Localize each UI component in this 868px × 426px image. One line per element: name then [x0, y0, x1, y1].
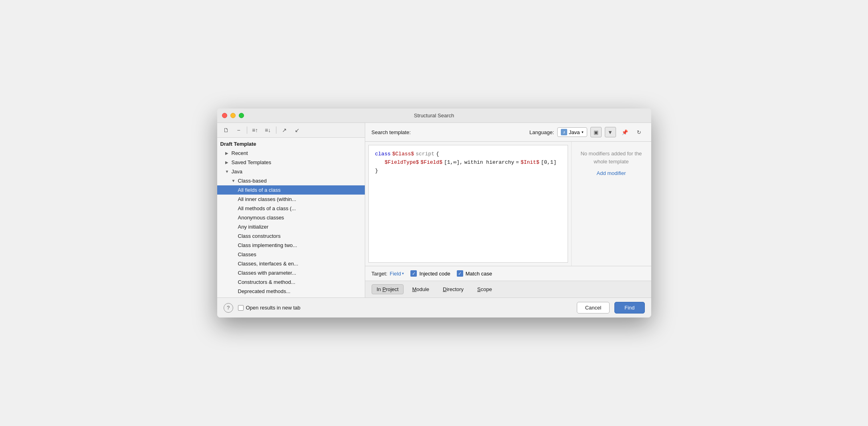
tree-item-all-methods[interactable]: All methods of a class (... — [217, 204, 365, 213]
java-icon: J — [561, 129, 567, 135]
tree-item-all-inner-classes[interactable]: All inner classes (within... — [217, 195, 365, 204]
tree-item-anonymous-classes[interactable]: Anonymous classes — [217, 213, 365, 222]
init-var: $Init$ — [520, 159, 539, 167]
dialog-title: Structural Search — [414, 113, 454, 119]
tree-item-classes-with-param[interactable]: Classes with parameter... — [217, 268, 365, 277]
target-label: Target: — [372, 271, 388, 277]
code-editor[interactable]: class $Class$ script { $FieldType$ $Fiel… — [368, 145, 568, 263]
main-content: 🗋 − ≡↑ ≡↓ ↗ ↙ — [217, 123, 651, 297]
export-button[interactable]: ↗ — [279, 125, 290, 135]
code-area-container: class $Class$ script { $FieldType$ $Fiel… — [365, 142, 651, 266]
tree-item-class-based[interactable]: ▼ Class-based — [217, 176, 365, 185]
match-case-label: Match case — [466, 271, 492, 277]
tree-item-all-fields[interactable]: All fields of a class — [217, 185, 365, 195]
scope-directory-button[interactable]: Directory — [438, 284, 469, 294]
chevron-down-icon: ▾ — [582, 130, 584, 134]
scope-label: Scope — [477, 286, 492, 292]
scope-in-project-button[interactable]: In Project — [372, 284, 404, 294]
plus-icon: 🗋 — [223, 127, 229, 133]
template-icon: ▣ — [594, 129, 598, 135]
tree-item-constructors-methods[interactable]: Constructors & method... — [217, 277, 365, 287]
minimize-button[interactable] — [230, 113, 236, 118]
field-var: $Field$ — [420, 159, 442, 167]
tree-item-class-constructors[interactable]: Class constructors — [217, 231, 365, 241]
tree-item-classes-interfaces[interactable]: Classes, interfaces & en... — [217, 259, 365, 268]
refresh-button[interactable]: ↻ — [634, 127, 645, 137]
pin-button[interactable]: 📌 — [619, 127, 630, 137]
cancel-button[interactable]: Cancel — [577, 302, 610, 313]
bottom-bar: ? Open results in new tab Cancel Find — [217, 297, 651, 317]
pin-icon: 📌 — [622, 129, 628, 135]
modifier-panel: No modifiers added for the whole templat… — [571, 142, 651, 266]
language-label: Language: — [530, 129, 554, 135]
open-results-checkbox[interactable] — [238, 305, 244, 311]
left-panel: 🗋 − ≡↑ ≡↓ ↗ ↙ — [217, 123, 365, 297]
scope-scope-button[interactable]: Scope — [472, 284, 497, 294]
search-template-label: Search template: — [372, 129, 411, 135]
options-bar: Target: Field ▾ ✓ Injected code ✓ Match … — [365, 266, 651, 281]
maximize-button[interactable] — [239, 113, 244, 118]
tree-item-draft-template[interactable]: Draft Template — [217, 139, 365, 149]
close-button[interactable] — [222, 113, 227, 118]
script-plain: script — [416, 150, 434, 159]
scope-bar: In Project Module Directory Scope — [365, 281, 651, 297]
tree-item-any-initializer[interactable]: Any initializer — [217, 222, 365, 231]
add-template-button[interactable]: 🗋 — [220, 125, 232, 135]
right-panel: Search template: Language: J Java ▾ ▣ ▼ — [365, 123, 651, 297]
no-modifiers-text: No modifiers added for the whole templat… — [576, 150, 646, 165]
tree-item-java[interactable]: ▼ Java — [217, 167, 365, 176]
scope-module-button[interactable]: Module — [407, 284, 434, 294]
title-bar: Structural Search — [217, 109, 651, 123]
template-tree: Draft Template ▶ Recent ▶ Saved Template… — [217, 138, 365, 297]
module-label: Module — [412, 286, 429, 292]
add-modifier-link[interactable]: Add modifier — [597, 170, 626, 176]
remove-template-button[interactable]: − — [233, 125, 244, 135]
language-dropdown[interactable]: J Java ▾ — [557, 127, 587, 137]
tree-item-saved-templates[interactable]: ▶ Saved Templates — [217, 158, 365, 167]
toolbar-separator-1 — [247, 127, 247, 134]
open-results-label[interactable]: Open results in new tab — [238, 305, 301, 311]
structural-search-dialog: Structural Search 🗋 − ≡↑ ≡↓ — [217, 109, 651, 317]
range-2: [0,1] — [541, 159, 556, 167]
field-type-var: $FieldType$ — [385, 159, 419, 167]
language-section: Language: J Java ▾ ▣ ▼ 📌 — [530, 127, 645, 137]
chevron-right-icon: ▶ — [225, 151, 230, 155]
refresh-icon: ↻ — [637, 129, 641, 135]
range-1: [1,∞], — [444, 159, 463, 167]
tree-item-classes[interactable]: Classes — [217, 250, 365, 259]
find-button[interactable]: Find — [614, 302, 644, 313]
injected-code-checkbox[interactable]: ✓ — [410, 270, 417, 277]
help-button[interactable]: ? — [224, 303, 233, 313]
tree-item-recent[interactable]: ▶ Recent — [217, 149, 365, 158]
sort-asc-button[interactable]: ≡↑ — [250, 125, 261, 135]
injected-code-checkbox-item[interactable]: ✓ Injected code — [410, 270, 450, 277]
code-line-3: } — [375, 167, 561, 175]
sort-desc-icon: ≡↓ — [265, 127, 271, 133]
target-dropdown[interactable]: Field ▾ — [390, 271, 404, 277]
search-header: Search template: Language: J Java ▾ ▣ ▼ — [365, 123, 651, 142]
injected-code-label: Injected code — [419, 271, 450, 277]
match-case-checkbox-item[interactable]: ✓ Match case — [457, 270, 492, 277]
language-value: Java — [569, 129, 580, 135]
sort-asc-icon: ≡↑ — [252, 127, 258, 133]
template-view-button[interactable]: ▣ — [590, 127, 602, 137]
window-controls — [222, 113, 244, 118]
match-case-checkbox[interactable]: ✓ — [457, 270, 463, 277]
import-button[interactable]: ↙ — [292, 125, 303, 135]
target-value: Field — [390, 271, 401, 277]
directory-label: Directory — [443, 286, 464, 292]
left-toolbar: 🗋 − ≡↑ ≡↓ ↗ ↙ — [217, 123, 365, 138]
chevron-right-icon-2: ▶ — [225, 160, 230, 165]
sort-desc-button[interactable]: ≡↓ — [262, 125, 274, 135]
filter-button[interactable]: ▼ — [605, 127, 616, 137]
equals-sign: = — [516, 159, 519, 167]
target-section: Target: Field ▾ — [372, 271, 404, 277]
open-results-text: Open results in new tab — [246, 305, 301, 311]
tree-item-class-implementing[interactable]: Class implementing two... — [217, 241, 365, 250]
in-project-label: In Project — [377, 286, 399, 292]
code-line-1: class $Class$ script { — [375, 150, 561, 159]
chevron-down-icon-class-based: ▼ — [232, 179, 236, 183]
tree-item-deprecated-methods[interactable]: Deprecated methods... — [217, 287, 365, 296]
import-icon: ↙ — [295, 127, 300, 133]
export-icon: ↗ — [282, 127, 287, 133]
